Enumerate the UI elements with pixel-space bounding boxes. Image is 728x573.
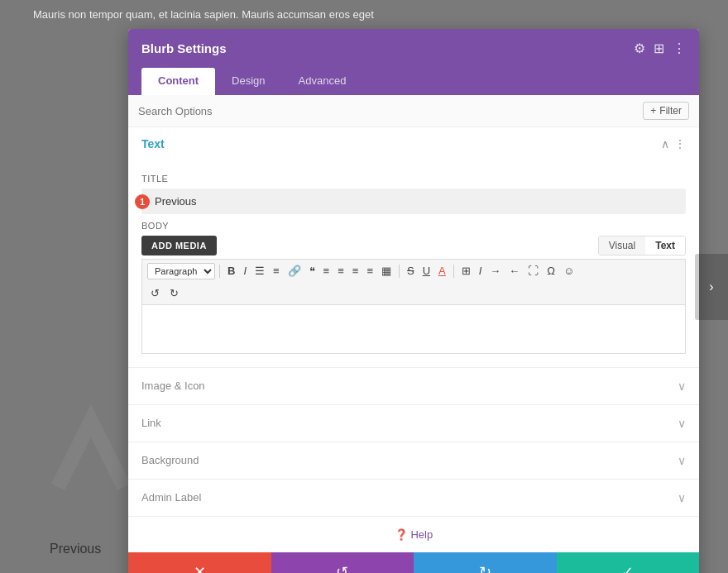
columns-icon[interactable]: ⊞ — [654, 41, 664, 56]
panel-header: Blurb Settings ⚙ ⊞ ⋮ — [128, 29, 699, 68]
background-label: Background — [141, 454, 199, 466]
image-icon-section[interactable]: Image & Icon ∨ — [128, 368, 699, 405]
italic-button[interactable]: I — [240, 263, 250, 279]
text-section: Text ∧ ⋮ Title 1 Body ADD MEDIA — [128, 127, 699, 368]
filter-icon: + — [650, 105, 656, 117]
background-chevron — [41, 404, 141, 507]
indent-button[interactable]: → — [486, 263, 504, 279]
help-icon: ❓ — [395, 528, 408, 541]
body-label: Body — [141, 221, 686, 231]
unordered-list-button[interactable]: ☰ — [251, 263, 268, 279]
search-bar: + Filter — [128, 95, 699, 127]
right-arrow-icon: › — [709, 279, 713, 294]
text-section-content: Title 1 Body ADD MEDIA Visual Text — [128, 160, 699, 367]
panel-title: Blurb Settings — [141, 41, 227, 55]
toolbar-sep-2 — [399, 265, 400, 278]
blockquote-button[interactable]: ❝ — [306, 263, 318, 279]
right-arrow-handle[interactable]: › — [695, 254, 728, 320]
text-section-actions: ∧ ⋮ — [661, 137, 686, 150]
filter-button[interactable]: + Filter — [643, 102, 689, 120]
outdent-button[interactable]: ← — [505, 263, 523, 279]
emoji-button[interactable]: ☺ — [560, 263, 577, 279]
background-text: Mauris non tempor quam, et lacinia sapie… — [33, 8, 374, 21]
panel-body: Text ∧ ⋮ Title 1 Body ADD MEDIA — [128, 127, 699, 552]
editor-area[interactable] — [141, 304, 686, 354]
link-section[interactable]: Link ∨ — [128, 405, 699, 442]
title-input-wrapper: 1 — [141, 189, 686, 214]
fullscreen-button[interactable]: ⛶ — [524, 263, 542, 279]
help-link[interactable]: Help — [410, 528, 433, 541]
paste-special-button[interactable]: ⊞ — [458, 263, 474, 279]
text-section-title: Text — [141, 137, 165, 150]
underline-button[interactable]: U — [419, 263, 433, 279]
admin-label-section[interactable]: Admin Label ∨ — [128, 480, 699, 517]
panel-tabs: Content Design Advanced — [128, 68, 699, 95]
panel-header-icons: ⚙ ⊞ ⋮ — [634, 41, 686, 56]
editor-toolbar-row2: ↺ ↻ — [141, 283, 686, 304]
editor-toolbar-row1: Paragraph B I ☰ ≡ 🔗 ❝ ≡ ≡ ≡ ≡ ▦ — [141, 259, 686, 283]
admin-label-chevron: ∨ — [678, 491, 686, 504]
table-button[interactable]: ▦ — [378, 263, 395, 279]
section-more-icon[interactable]: ⋮ — [674, 137, 686, 150]
color-button[interactable]: A — [435, 263, 449, 279]
ordered-list-button[interactable]: ≡ — [270, 263, 283, 279]
admin-label-text: Admin Label — [141, 491, 201, 504]
visual-text-toggle: Visual Text — [598, 236, 686, 255]
link-label: Link — [141, 417, 161, 429]
body-section: Body ADD MEDIA Visual Text Paragraph — [141, 221, 686, 354]
align-center-button[interactable]: ≡ — [334, 263, 347, 279]
text-button[interactable]: Text — [645, 236, 685, 255]
more-options-icon[interactable]: ⋮ — [673, 41, 686, 56]
add-media-button[interactable]: ADD MEDIA — [141, 236, 217, 255]
link-button[interactable]: 🔗 — [285, 263, 304, 279]
background-chevron-icon: ∨ — [678, 454, 686, 467]
justify-button[interactable]: ≡ — [363, 263, 376, 279]
help-row: ❓ Help — [128, 517, 699, 552]
redo-footer-button[interactable]: ↻ — [414, 552, 557, 573]
align-left-button[interactable]: ≡ — [320, 263, 333, 279]
title-field[interactable] — [141, 189, 686, 214]
tab-design[interactable]: Design — [215, 68, 281, 95]
reset-button[interactable]: ↺ — [271, 552, 414, 573]
special-char-button[interactable]: Ω — [544, 263, 558, 279]
search-input[interactable] — [138, 105, 643, 117]
toolbar-sep-1 — [219, 265, 220, 278]
align-right-button[interactable]: ≡ — [349, 263, 362, 279]
tab-advanced[interactable]: Advanced — [282, 68, 363, 95]
bottom-previous-text: Previous — [50, 542, 101, 556]
text-section-header[interactable]: Text ∧ ⋮ — [128, 127, 699, 160]
link-chevron: ∨ — [678, 417, 686, 430]
save-button[interactable]: ✓ — [557, 552, 700, 573]
settings-icon[interactable]: ⚙ — [634, 41, 645, 56]
paragraph-select[interactable]: Paragraph — [147, 263, 215, 279]
title-badge: 1 — [135, 194, 150, 209]
filter-label: Filter — [659, 105, 682, 117]
redo-button[interactable]: ↻ — [166, 285, 182, 302]
image-icon-chevron: ∨ — [678, 380, 686, 393]
undo-button[interactable]: ↺ — [147, 285, 163, 302]
image-icon-label: Image & Icon — [141, 380, 205, 392]
strikethrough-button[interactable]: S — [404, 263, 418, 279]
cancel-button[interactable]: ✕ — [128, 552, 271, 573]
toolbar-sep-3 — [453, 265, 454, 278]
italic2-button[interactable]: I — [476, 263, 486, 279]
blurb-settings-panel: Blurb Settings ⚙ ⊞ ⋮ Content Design Adva… — [128, 29, 699, 573]
editor-toolbar-top: ADD MEDIA Visual Text — [141, 236, 686, 255]
background-section[interactable]: Background ∨ — [128, 442, 699, 480]
bold-button[interactable]: B — [224, 263, 238, 279]
panel-footer: ✕ ↺ ↻ ✓ — [128, 552, 699, 573]
visual-button[interactable]: Visual — [599, 236, 645, 255]
title-label: Title — [141, 174, 686, 184]
tab-content[interactable]: Content — [141, 68, 215, 95]
collapse-icon[interactable]: ∧ — [661, 137, 669, 150]
